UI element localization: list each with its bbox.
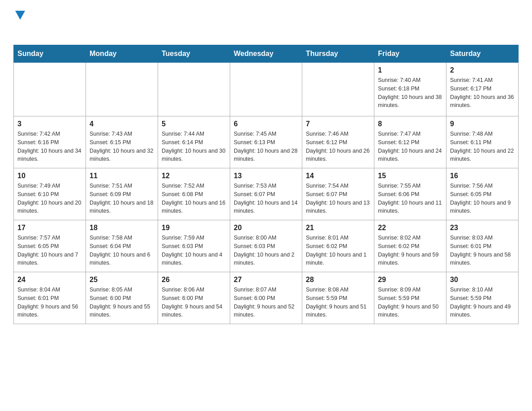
day-number: 1	[378, 66, 442, 74]
calendar-cell: 24Sunrise: 8:04 AMSunset: 6:01 PMDayligh…	[14, 272, 86, 324]
day-number: 7	[306, 120, 370, 128]
calendar-cell: 22Sunrise: 8:02 AMSunset: 6:02 PMDayligh…	[374, 220, 446, 272]
calendar-cell: 23Sunrise: 8:03 AMSunset: 6:01 PMDayligh…	[446, 220, 519, 272]
day-number: 30	[450, 276, 515, 284]
day-number: 14	[306, 172, 370, 180]
calendar-week-row: 24Sunrise: 8:04 AMSunset: 6:01 PMDayligh…	[14, 272, 519, 324]
day-number: 16	[450, 172, 515, 180]
day-number: 19	[162, 224, 226, 232]
calendar-cell: 13Sunrise: 7:53 AMSunset: 6:07 PMDayligh…	[230, 168, 302, 220]
day-info: Sunrise: 7:52 AMSunset: 6:08 PMDaylight:…	[162, 182, 226, 215]
day-info: Sunrise: 8:04 AMSunset: 6:01 PMDaylight:…	[17, 286, 82, 319]
day-info: Sunrise: 7:48 AMSunset: 6:11 PMDaylight:…	[450, 130, 515, 163]
day-number: 25	[90, 276, 154, 284]
calendar-cell: 27Sunrise: 8:07 AMSunset: 6:00 PMDayligh…	[230, 272, 302, 324]
calendar-cell: 16Sunrise: 7:56 AMSunset: 6:05 PMDayligh…	[446, 168, 519, 220]
day-number: 20	[234, 224, 298, 232]
calendar-week-row: 3Sunrise: 7:42 AMSunset: 6:16 PMDaylight…	[14, 116, 519, 168]
calendar-cell: 3Sunrise: 7:42 AMSunset: 6:16 PMDaylight…	[14, 116, 86, 168]
day-number: 4	[90, 120, 154, 128]
calendar-cell	[230, 63, 302, 116]
day-number: 11	[90, 172, 154, 180]
calendar-week-row: 10Sunrise: 7:49 AMSunset: 6:10 PMDayligh…	[14, 168, 519, 220]
calendar-cell: 28Sunrise: 8:08 AMSunset: 5:59 PMDayligh…	[302, 272, 374, 324]
day-number: 13	[234, 172, 298, 180]
day-info: Sunrise: 7:41 AMSunset: 6:17 PMDaylight:…	[450, 76, 515, 110]
day-number: 5	[162, 120, 226, 128]
day-info: Sunrise: 7:49 AMSunset: 6:10 PMDaylight:…	[17, 182, 82, 215]
calendar-cell: 2Sunrise: 7:41 AMSunset: 6:17 PMDaylight…	[446, 63, 519, 116]
weekday-header-saturday: Saturday	[446, 45, 519, 63]
day-info: Sunrise: 7:47 AMSunset: 6:12 PMDaylight:…	[378, 130, 442, 163]
day-number: 27	[234, 276, 298, 284]
calendar-cell: 18Sunrise: 7:58 AMSunset: 6:04 PMDayligh…	[86, 220, 158, 272]
day-info: Sunrise: 7:43 AMSunset: 6:15 PMDaylight:…	[90, 130, 154, 163]
calendar-cell: 29Sunrise: 8:09 AMSunset: 5:59 PMDayligh…	[374, 272, 446, 324]
day-info: Sunrise: 8:02 AMSunset: 6:02 PMDaylight:…	[378, 234, 442, 267]
calendar-cell: 6Sunrise: 7:45 AMSunset: 6:13 PMDaylight…	[230, 116, 302, 168]
calendar-cell	[14, 63, 86, 116]
day-info: Sunrise: 8:01 AMSunset: 6:02 PMDaylight:…	[306, 234, 370, 267]
day-number: 17	[17, 224, 82, 232]
day-info: Sunrise: 7:42 AMSunset: 6:16 PMDaylight:…	[17, 130, 82, 163]
calendar-cell: 19Sunrise: 7:59 AMSunset: 6:03 PMDayligh…	[158, 220, 230, 272]
day-info: Sunrise: 7:59 AMSunset: 6:03 PMDaylight:…	[162, 234, 226, 267]
calendar-cell	[302, 63, 374, 116]
day-number: 22	[378, 224, 442, 232]
day-number: 26	[162, 276, 226, 284]
calendar-cell: 25Sunrise: 8:05 AMSunset: 6:00 PMDayligh…	[86, 272, 158, 324]
day-info: Sunrise: 7:46 AMSunset: 6:12 PMDaylight:…	[306, 130, 370, 163]
calendar-cell: 30Sunrise: 8:10 AMSunset: 5:59 PMDayligh…	[446, 272, 519, 324]
calendar-cell: 12Sunrise: 7:52 AMSunset: 6:08 PMDayligh…	[158, 168, 230, 220]
day-number: 9	[450, 120, 515, 128]
day-number: 15	[378, 172, 442, 180]
calendar-week-row: 17Sunrise: 7:57 AMSunset: 6:05 PMDayligh…	[14, 220, 519, 272]
calendar-cell: 10Sunrise: 7:49 AMSunset: 6:10 PMDayligh…	[14, 168, 86, 220]
calendar-cell: 20Sunrise: 8:00 AMSunset: 6:03 PMDayligh…	[230, 220, 302, 272]
logo-triangle-icon	[15, 11, 25, 20]
calendar-cell: 17Sunrise: 7:57 AMSunset: 6:05 PMDayligh…	[14, 220, 86, 272]
weekday-header-wednesday: Wednesday	[230, 45, 302, 63]
calendar-table: SundayMondayTuesdayWednesdayThursdayFrid…	[13, 45, 519, 324]
calendar-cell: 8Sunrise: 7:47 AMSunset: 6:12 PMDaylight…	[374, 116, 446, 168]
day-info: Sunrise: 8:07 AMSunset: 6:00 PMDaylight:…	[234, 286, 298, 319]
day-info: Sunrise: 7:40 AMSunset: 6:18 PMDaylight:…	[378, 76, 442, 110]
weekday-header-tuesday: Tuesday	[158, 45, 230, 63]
day-info: Sunrise: 8:09 AMSunset: 5:59 PMDaylight:…	[378, 286, 442, 319]
day-info: Sunrise: 7:56 AMSunset: 6:05 PMDaylight:…	[450, 182, 515, 215]
day-number: 3	[17, 120, 82, 128]
day-info: Sunrise: 7:45 AMSunset: 6:13 PMDaylight:…	[234, 130, 298, 163]
weekday-header-friday: Friday	[374, 45, 446, 63]
day-info: Sunrise: 7:55 AMSunset: 6:06 PMDaylight:…	[378, 182, 442, 215]
svg-marker-0	[15, 11, 25, 20]
day-info: Sunrise: 8:05 AMSunset: 6:00 PMDaylight:…	[90, 286, 154, 319]
day-info: Sunrise: 8:06 AMSunset: 6:00 PMDaylight:…	[162, 286, 226, 319]
calendar-cell: 15Sunrise: 7:55 AMSunset: 6:06 PMDayligh…	[374, 168, 446, 220]
day-number: 2	[450, 66, 515, 74]
day-number: 18	[90, 224, 154, 232]
day-number: 8	[378, 120, 442, 128]
calendar-cell: 11Sunrise: 7:51 AMSunset: 6:09 PMDayligh…	[86, 168, 158, 220]
logo	[13, 9, 25, 36]
day-number: 12	[162, 172, 226, 180]
day-info: Sunrise: 7:53 AMSunset: 6:07 PMDaylight:…	[234, 182, 298, 215]
calendar-cell: 7Sunrise: 7:46 AMSunset: 6:12 PMDaylight…	[302, 116, 374, 168]
day-info: Sunrise: 8:03 AMSunset: 6:01 PMDaylight:…	[450, 234, 515, 267]
weekday-header-monday: Monday	[86, 45, 158, 63]
day-info: Sunrise: 8:10 AMSunset: 5:59 PMDaylight:…	[450, 286, 515, 319]
day-number: 6	[234, 120, 298, 128]
day-info: Sunrise: 7:44 AMSunset: 6:14 PMDaylight:…	[162, 130, 226, 163]
calendar-cell: 26Sunrise: 8:06 AMSunset: 6:00 PMDayligh…	[158, 272, 230, 324]
day-info: Sunrise: 7:58 AMSunset: 6:04 PMDaylight:…	[90, 234, 154, 267]
page-header	[13, 9, 519, 36]
calendar-cell: 5Sunrise: 7:44 AMSunset: 6:14 PMDaylight…	[158, 116, 230, 168]
calendar-week-row: 1Sunrise: 7:40 AMSunset: 6:18 PMDaylight…	[14, 63, 519, 116]
calendar-cell: 4Sunrise: 7:43 AMSunset: 6:15 PMDaylight…	[86, 116, 158, 168]
day-info: Sunrise: 8:00 AMSunset: 6:03 PMDaylight:…	[234, 234, 298, 267]
day-number: 28	[306, 276, 370, 284]
weekday-header-row: SundayMondayTuesdayWednesdayThursdayFrid…	[14, 45, 519, 63]
day-number: 10	[17, 172, 82, 180]
day-number: 23	[450, 224, 515, 232]
weekday-header-sunday: Sunday	[14, 45, 86, 63]
calendar-cell: 9Sunrise: 7:48 AMSunset: 6:11 PMDaylight…	[446, 116, 519, 168]
